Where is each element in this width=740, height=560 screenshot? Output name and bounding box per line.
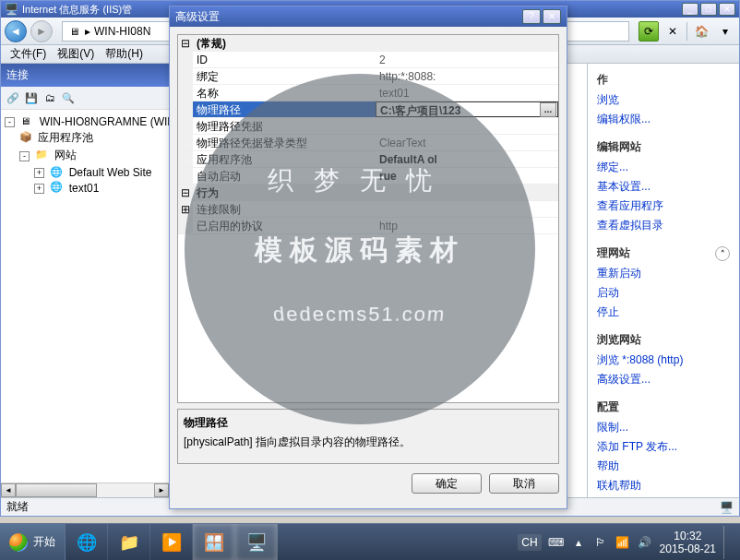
ime-tool-icon[interactable]: ⌨: [549, 535, 564, 550]
volume-icon[interactable]: 🔊: [638, 535, 652, 550]
action-center-icon[interactable]: 🏳: [593, 535, 608, 550]
taskbar: 开始 🌐 📁 ▶️ 🪟 🖥️ CH ⌨ ▴ 🏳 📶 🔊 10:32 2015-0…: [0, 523, 740, 560]
breadcrumb-sep-icon: ▸: [85, 25, 90, 38]
taskbar-explorer-icon[interactable]: 📁: [108, 524, 150, 561]
action-browse-8088[interactable]: 浏览 *:8088 (http): [597, 351, 730, 370]
action-browse[interactable]: 浏览: [597, 90, 730, 110]
connect-icon[interactable]: 🔗: [5, 89, 21, 106]
connections-panel: 连接 🔗 💾 🗂 🔍 - 🖥 WIN-HIO8NGRAMNE (WIN-H 📦 …: [1, 64, 170, 497]
browse-path-button[interactable]: …: [540, 102, 556, 117]
start-button[interactable]: 开始: [0, 524, 66, 561]
dialog-help-button[interactable]: ?: [522, 9, 541, 24]
filter-icon[interactable]: 🔍: [60, 89, 77, 106]
prop-category-general[interactable]: ⊟ (常规): [178, 35, 558, 52]
app-icon: 🖥️: [5, 3, 18, 16]
prop-row-conn-limits[interactable]: ⊞ 连接限制: [178, 201, 558, 218]
actions-panel: 作 浏览 编辑权限... 编辑网站 绑定... 基本设置... 查看应用程序 查…: [587, 64, 739, 497]
tree-sites[interactable]: - 📁 网站: [5, 147, 165, 164]
action-restrict[interactable]: 限制...: [597, 418, 730, 437]
stop-nav-icon[interactable]: ✕: [662, 21, 683, 42]
globe-icon: 🌐: [50, 166, 63, 179]
tree-hscroll[interactable]: ◄ ►: [1, 483, 169, 497]
action-add-ftp[interactable]: 添加 FTP 发布...: [597, 437, 730, 457]
home-icon[interactable]: 🏠: [691, 21, 711, 42]
physical-path-value[interactable]: C:\客户项目\123 …: [376, 101, 558, 117]
tree-default-site[interactable]: + 🌐 Default Web Site: [5, 164, 165, 180]
help-text: [physicalPath] 指向虚拟目录内容的物理路径。: [184, 435, 553, 450]
minimize-button[interactable]: _: [682, 3, 698, 16]
system-tray: CH ⌨ ▴ 🏳 📶 🔊 10:32 2015-08-21: [510, 526, 740, 559]
clock[interactable]: 10:32 2015-08-21: [660, 530, 716, 555]
menu-view[interactable]: 视图(V): [52, 44, 100, 64]
tree-expand-icon[interactable]: 🗂: [42, 89, 58, 106]
action-permissions[interactable]: 编辑权限...: [597, 110, 730, 129]
prop-row-bindings[interactable]: 绑定 http:*:8088:: [178, 68, 558, 85]
property-help-box: 物理路径 [physicalPath] 指向虚拟目录内容的物理路径。: [177, 409, 559, 464]
nav-forward-button[interactable]: ►: [30, 20, 53, 42]
show-desktop-button[interactable]: [723, 526, 733, 559]
tree-text01-site[interactable]: + 🌐 text01: [5, 180, 165, 196]
globe-icon: 🌐: [50, 181, 63, 194]
collapse-icon[interactable]: -: [5, 117, 15, 127]
taskbar-ie-icon[interactable]: 🌐: [66, 524, 108, 561]
connections-toolbar: 🔗 💾 🗂 🔍: [1, 87, 169, 110]
action-basic-settings[interactable]: 基本设置...: [597, 177, 730, 197]
expand-icon[interactable]: ⊞: [178, 201, 193, 217]
expand-icon[interactable]: +: [34, 168, 44, 178]
menu-help[interactable]: 帮助(H): [100, 44, 149, 64]
ok-button[interactable]: 确定: [412, 473, 482, 494]
action-online-help[interactable]: 联机帮助: [597, 476, 730, 495]
help-toolbar-icon[interactable]: ▾: [715, 21, 735, 42]
apppool-icon: 📦: [19, 131, 32, 144]
save-icon[interactable]: 💾: [23, 89, 40, 106]
status-icon: 🖥️: [720, 501, 734, 514]
action-view-apps[interactable]: 查看应用程序: [597, 197, 730, 216]
tree-apppools[interactable]: 📦 应用程序池: [5, 129, 165, 147]
dialog-close-button[interactable]: ✕: [543, 9, 561, 24]
refresh-button[interactable]: ⟳: [639, 21, 659, 42]
collapse-icon[interactable]: -: [19, 151, 30, 161]
dialog-titlebar[interactable]: 高级设置 ? ✕: [170, 6, 567, 27]
prop-row-name[interactable]: 名称 text01: [178, 85, 558, 101]
maximize-button[interactable]: □: [700, 3, 717, 16]
prop-row-id[interactable]: ID 2: [178, 52, 558, 68]
tree-root[interactable]: - 🖥 WIN-HIO8NGRAMNE (WIN-H: [5, 113, 165, 129]
prop-category-behavior[interactable]: ⊟ 行为: [178, 185, 558, 201]
taskbar-media-icon[interactable]: ▶️: [150, 524, 193, 561]
network-icon[interactable]: 📶: [615, 535, 630, 550]
chevron-up-icon[interactable]: ˄: [715, 246, 730, 261]
taskbar-iis-icon[interactable]: 🖥️: [235, 524, 278, 561]
action-stop[interactable]: 停止: [597, 303, 730, 322]
prop-row-apppool[interactable]: 应用程序池 DefaultA ol: [178, 151, 558, 168]
scroll-right-button[interactable]: ►: [154, 483, 169, 497]
scroll-thumb[interactable]: [16, 483, 97, 497]
status-text: 就绪: [6, 499, 29, 515]
property-grid[interactable]: ⊟ (常规) ID 2 绑定 http:*:8088: 名称 text01 物理…: [177, 34, 559, 403]
ime-indicator[interactable]: CH: [518, 534, 541, 551]
action-view-vdirs[interactable]: 查看虚拟目录: [597, 216, 730, 235]
prop-row-protocols[interactable]: 已启用的协议 http: [178, 218, 558, 234]
prop-row-logon-type[interactable]: 物理路径凭据登录类型 ClearText: [178, 135, 558, 151]
action-restart[interactable]: 重新启动: [597, 264, 730, 283]
close-button[interactable]: ✕: [719, 3, 735, 16]
action-bindings[interactable]: 绑定...: [597, 158, 730, 177]
start-orb-icon: [9, 533, 28, 552]
expand-icon[interactable]: +: [34, 184, 44, 194]
menu-file[interactable]: 文件(F): [5, 44, 52, 64]
server-icon: 🖥: [66, 24, 81, 39]
nav-back-button[interactable]: ◄: [5, 20, 27, 42]
actions-header: 作: [597, 72, 608, 88]
action-help[interactable]: 帮助: [597, 457, 730, 476]
action-advanced-settings[interactable]: 高级设置...: [597, 370, 730, 389]
prop-row-physical-path[interactable]: 物理路径 C:\客户项目\123 …: [178, 101, 558, 118]
collapse-icon[interactable]: ⊟: [178, 35, 193, 51]
tray-chevron-icon[interactable]: ▴: [571, 535, 586, 550]
taskbar-window-icon[interactable]: 🪟: [193, 524, 235, 561]
cancel-button[interactable]: 取消: [489, 473, 559, 494]
scroll-left-button[interactable]: ◄: [1, 483, 16, 497]
connections-tree[interactable]: - 🖥 WIN-HIO8NGRAMNE (WIN-H 📦 应用程序池 - 📁 网…: [1, 110, 169, 483]
action-start[interactable]: 启动: [597, 283, 730, 303]
prop-row-autostart[interactable]: 自动启动 rue: [178, 168, 558, 185]
prop-row-credentials[interactable]: 物理路径凭据: [178, 118, 558, 135]
collapse-icon[interactable]: ⊟: [178, 185, 193, 200]
